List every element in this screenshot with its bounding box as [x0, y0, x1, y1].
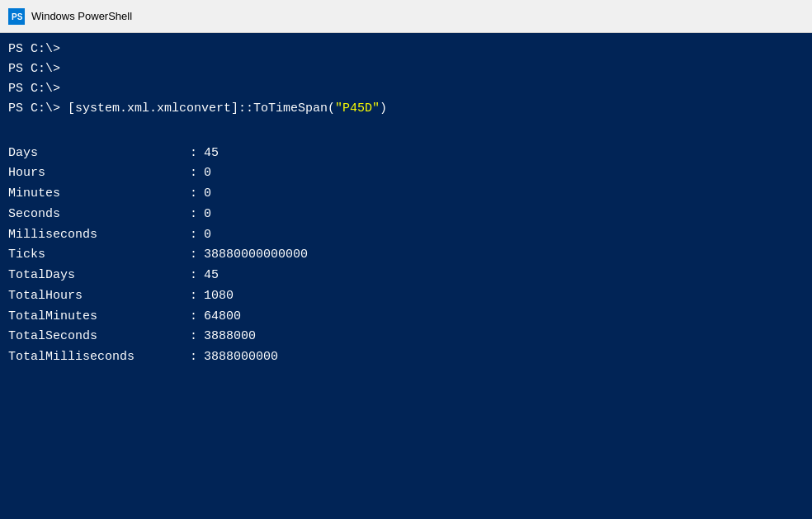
output-value: 0	[204, 205, 211, 225]
command-close: )	[380, 101, 387, 116]
output-row: TotalHours:1080	[8, 286, 804, 307]
output-colon: :	[190, 163, 197, 184]
svg-text:PS: PS	[12, 12, 23, 21]
output-key: TotalHours	[8, 286, 190, 307]
output-colon: :	[190, 205, 197, 225]
output-row: Seconds:0	[8, 205, 804, 225]
output-row: Minutes:0	[8, 184, 804, 205]
powershell-icon: PS	[8, 8, 25, 25]
output-value: 0	[204, 184, 211, 205]
output-row: TotalMinutes:64800	[8, 307, 804, 328]
output-row: Ticks:38880000000000	[8, 245, 804, 266]
output-value: 45	[204, 144, 219, 164]
output-value: 3888000	[204, 327, 256, 347]
output-value: 0	[204, 163, 211, 184]
output-row: TotalMilliseconds:3888000000	[8, 347, 804, 368]
output-key: TotalMilliseconds	[8, 347, 190, 368]
output-colon: :	[190, 347, 197, 368]
console-body: PS C:\> PS C:\> PS C:\> PS C:\> [system.…	[0, 33, 812, 519]
output-colon: :	[190, 225, 197, 246]
output-colon: :	[190, 286, 197, 307]
title-bar: PS Windows PowerShell	[0, 0, 812, 33]
output-row: TotalSeconds:3888000	[8, 327, 804, 347]
output-value: 3888000000	[204, 347, 278, 368]
output-key: Days	[8, 144, 190, 164]
output-row: Hours:0	[8, 163, 804, 184]
output-key: TotalMinutes	[8, 307, 190, 328]
prompt-line-2: PS C:\>	[8, 59, 804, 79]
output-colon: :	[190, 307, 197, 328]
output-colon: :	[190, 144, 197, 164]
output-colon: :	[190, 184, 197, 205]
output-key: Seconds	[8, 205, 190, 225]
output-key: Minutes	[8, 184, 190, 205]
command-prefix: PS C:\>	[8, 101, 68, 116]
output-colon: :	[190, 266, 197, 286]
output-value: 1080	[204, 286, 234, 307]
prompt-line-1: PS C:\>	[8, 40, 804, 59]
output-row: Milliseconds:0	[8, 225, 804, 246]
output-key: Ticks	[8, 245, 190, 266]
output-value: 0	[204, 225, 211, 246]
output-row: TotalDays:45	[8, 266, 804, 286]
command-text: [system.xml.xmlconvert]::ToTimeSpan(	[68, 101, 335, 116]
output-colon: :	[190, 245, 197, 266]
output-table: Days:45Hours:0Minutes:0Seconds:0Millisec…	[8, 144, 804, 368]
output-value: 64800	[204, 307, 241, 328]
output-key: Hours	[8, 163, 190, 184]
output-colon: :	[190, 327, 197, 347]
output-key: TotalSeconds	[8, 327, 190, 347]
output-value: 45	[204, 266, 219, 286]
output-key: TotalDays	[8, 266, 190, 286]
output-value: 38880000000000	[204, 245, 308, 266]
window-title: Windows PowerShell	[31, 10, 132, 22]
command-string: "P45D"	[335, 101, 380, 116]
output-key: Milliseconds	[8, 225, 190, 246]
prompt-line-3: PS C:\>	[8, 79, 804, 99]
blank-line	[8, 119, 804, 140]
command-line: PS C:\> [system.xml.xmlconvert]::ToTimeS…	[8, 99, 804, 119]
output-row: Days:45	[8, 144, 804, 164]
